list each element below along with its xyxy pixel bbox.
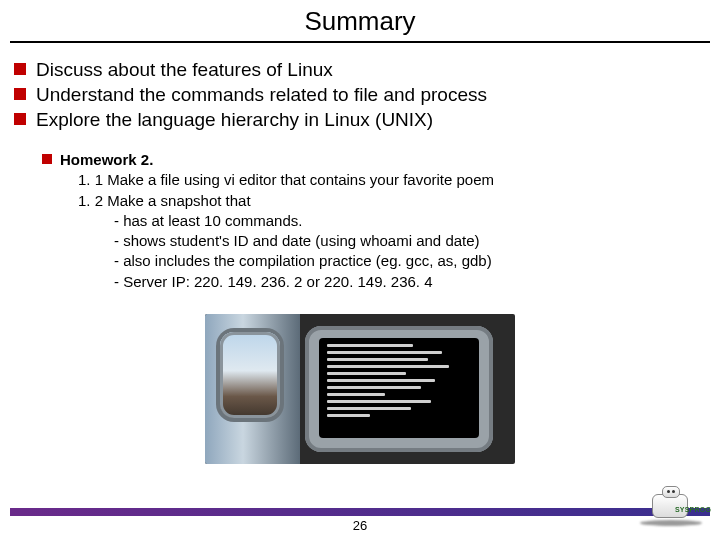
- bullet-item: Understand the commands related to file …: [36, 82, 700, 107]
- screenshot-image: [205, 314, 515, 464]
- page-number: 26: [10, 518, 710, 533]
- homework-subitem: - shows student's ID and date (using who…: [60, 231, 720, 251]
- sysprog-logo: SYSPROG: [632, 490, 710, 526]
- homework-heading-text: Homework 2.: [60, 151, 153, 168]
- square-bullet-icon: [42, 154, 52, 164]
- homework-block: Homework 2. 1. 1 Make a file using vi ed…: [60, 150, 720, 292]
- homework-subitem: - also includes the compilation practice…: [60, 251, 720, 271]
- logo-eye-icon: [672, 490, 675, 493]
- bullet-text: Discuss about the features of Linux: [36, 59, 333, 80]
- image-plane-interior: [205, 314, 300, 464]
- homework-subitem: - Server IP: 220. 149. 236. 2 or 220. 14…: [60, 272, 720, 292]
- image-monitor-frame: [305, 326, 493, 452]
- bullet-item: Explore the language hierarchy in Linux …: [36, 107, 700, 132]
- logo-eye-icon: [667, 490, 670, 493]
- square-bullet-icon: [14, 88, 26, 100]
- footer-divider: [10, 508, 710, 516]
- bullet-text: Explore the language hierarchy in Linux …: [36, 109, 433, 130]
- main-bullet-list: Discuss about the features of Linux Unde…: [0, 57, 720, 132]
- image-terminal-screen: [319, 338, 479, 438]
- homework-heading: Homework 2.: [60, 150, 720, 170]
- bullet-text: Understand the commands related to file …: [36, 84, 487, 105]
- title-divider: [10, 41, 710, 43]
- slide-title: Summary: [0, 0, 720, 41]
- logo-robot-head-icon: [662, 486, 680, 498]
- image-plane-window: [220, 332, 280, 418]
- homework-item: 1. 1 Make a file using vi editor that co…: [60, 170, 720, 190]
- bullet-item: Discuss about the features of Linux: [36, 57, 700, 82]
- logo-shadow-icon: [640, 520, 702, 526]
- slide-footer: 26 SYSPROG: [10, 508, 710, 530]
- homework-item: 1. 2 Make a snapshot that: [60, 191, 720, 211]
- square-bullet-icon: [14, 113, 26, 125]
- homework-subitem: - has at least 10 commands.: [60, 211, 720, 231]
- square-bullet-icon: [14, 63, 26, 75]
- logo-text: SYSPROG: [675, 506, 711, 513]
